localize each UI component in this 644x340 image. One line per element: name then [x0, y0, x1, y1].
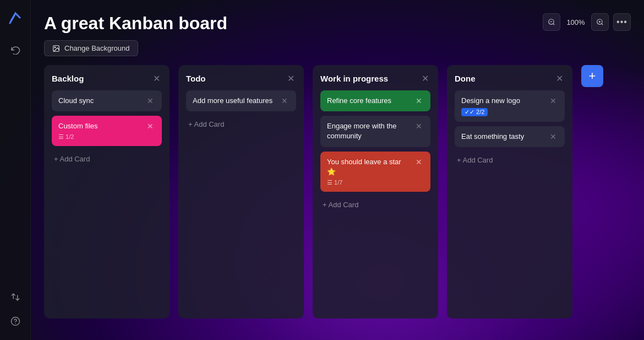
column-close-todo[interactable]: ✕ — [285, 73, 296, 84]
add-card-label: + Add Card — [54, 155, 90, 163]
card-title: Design a new logo — [461, 96, 544, 106]
card-content: Design a new logo ✓✓ 2/2 — [461, 96, 544, 116]
column-header-done: Done ✕ — [455, 73, 565, 84]
card-title: You should leave a star ⭐ — [327, 157, 410, 177]
card-cloud-sync: Cloud sync ✕ — [52, 90, 162, 111]
add-card-todo[interactable]: + Add Card — [186, 117, 296, 132]
zoom-in-icon — [596, 18, 604, 26]
card-meta: ☰ 1/7 — [327, 179, 410, 186]
add-card-done[interactable]: + Add Card — [455, 153, 565, 168]
column-wip: Work in progress ✕ Refine core features … — [313, 65, 438, 319]
column-header-wip: Work in progress ✕ — [320, 73, 430, 84]
app-logo[interactable] — [7, 9, 24, 26]
zoom-out-icon — [548, 18, 555, 26]
zoom-out-button[interactable] — [543, 13, 560, 31]
undo-icon[interactable] — [6, 40, 25, 60]
column-title-done: Done — [455, 74, 476, 83]
card-add-useful-features: Add more useful features ✕ — [186, 90, 296, 111]
card-close-custom-files[interactable]: ✕ — [145, 121, 155, 131]
card-close-refine-core[interactable]: ✕ — [414, 96, 424, 106]
card-leave-star: You should leave a star ⭐ ☰ 1/7 ✕ — [320, 152, 430, 192]
card-meta: ✓✓ 2/2 — [461, 108, 544, 116]
image-icon — [52, 45, 60, 52]
card-close-engage-community[interactable]: ✕ — [414, 121, 424, 131]
card-content: Add more useful features — [193, 96, 275, 106]
kanban-board: Backlog ✕ Cloud sync ✕ Custom files ☰ 1/… — [44, 65, 631, 331]
card-design-logo: Design a new logo ✓✓ 2/2 ✕ — [455, 90, 565, 122]
main-content: A great Kanban board Change Background 1… — [31, 0, 644, 340]
card-close-design-logo[interactable]: ✕ — [548, 96, 558, 106]
card-title: Add more useful features — [193, 96, 275, 106]
card-refine-core: Refine core features ✕ — [320, 90, 430, 111]
sidebar — [0, 0, 31, 340]
card-content: Engage more with the community — [327, 121, 410, 141]
card-engage-community: Engage more with the community ✕ — [320, 116, 430, 147]
card-title: Engage more with the community — [327, 121, 410, 141]
card-content: You should leave a star ⭐ ☰ 1/7 — [327, 157, 410, 186]
card-content: Refine core features — [327, 96, 410, 106]
card-content: Eat something tasty — [461, 132, 544, 142]
swap-icon[interactable] — [6, 287, 25, 307]
card-title: Eat something tasty — [461, 132, 544, 142]
header-right: 100% ••• — [543, 13, 631, 31]
page-title: A great Kanban board — [44, 13, 227, 34]
add-card-wip[interactable]: + Add Card — [320, 197, 430, 212]
column-header-backlog: Backlog ✕ — [52, 73, 162, 84]
column-title-todo: Todo — [186, 74, 206, 83]
column-backlog: Backlog ✕ Cloud sync ✕ Custom files ☰ 1/… — [44, 65, 170, 319]
card-close-cloud-sync[interactable]: ✕ — [145, 96, 155, 106]
column-close-backlog[interactable]: ✕ — [151, 73, 162, 84]
add-column-icon: + — [589, 69, 596, 83]
add-card-label: + Add Card — [188, 120, 224, 128]
card-meta: ☰ 1/2 — [58, 133, 141, 141]
card-title: Cloud sync — [58, 96, 141, 106]
card-title: Refine core features — [327, 96, 410, 106]
page-header: A great Kanban board Change Background 1… — [44, 13, 631, 56]
card-close-useful-features[interactable]: ✕ — [280, 96, 290, 106]
change-background-label: Change Background — [64, 44, 130, 52]
card-close-leave-star[interactable]: ✕ — [414, 157, 424, 167]
column-title-wip: Work in progress — [320, 74, 388, 83]
column-header-todo: Todo ✕ — [186, 73, 296, 84]
change-background-button[interactable]: Change Background — [44, 40, 138, 56]
card-eat-tasty: Eat something tasty ✕ — [455, 126, 565, 147]
card-content: Cloud sync — [58, 96, 141, 106]
card-content: Custom files ☰ 1/2 — [58, 121, 141, 141]
add-card-label: + Add Card — [323, 201, 358, 209]
column-close-done[interactable]: ✕ — [554, 73, 565, 84]
card-title: Custom files — [58, 121, 141, 131]
sidebar-bottom — [6, 287, 25, 331]
svg-line-8 — [602, 24, 603, 25]
svg-line-5 — [553, 24, 555, 25]
column-title-backlog: Backlog — [52, 74, 84, 83]
column-todo: Todo ✕ Add more useful features ✕ + Add … — [178, 65, 304, 319]
more-options-button[interactable]: ••• — [613, 13, 631, 31]
progress-badge: ✓✓ 2/2 — [461, 108, 488, 116]
svg-point-3 — [54, 47, 56, 48]
zoom-level: 100% — [565, 18, 587, 26]
add-card-backlog[interactable]: + Add Card — [52, 152, 162, 166]
add-column-button[interactable]: + — [581, 65, 603, 87]
header-left: A great Kanban board Change Background — [44, 13, 227, 56]
add-card-label: + Add Card — [457, 156, 493, 164]
column-close-wip[interactable]: ✕ — [419, 73, 430, 84]
help-icon[interactable] — [6, 311, 25, 331]
more-icon: ••• — [616, 17, 627, 27]
zoom-in-button[interactable] — [591, 13, 609, 31]
column-done: Done ✕ Design a new logo ✓✓ 2/2 ✕ Eat so… — [447, 65, 572, 319]
card-custom-files: Custom files ☰ 1/2 ✕ — [52, 116, 162, 146]
card-close-eat-tasty[interactable]: ✕ — [548, 132, 558, 142]
